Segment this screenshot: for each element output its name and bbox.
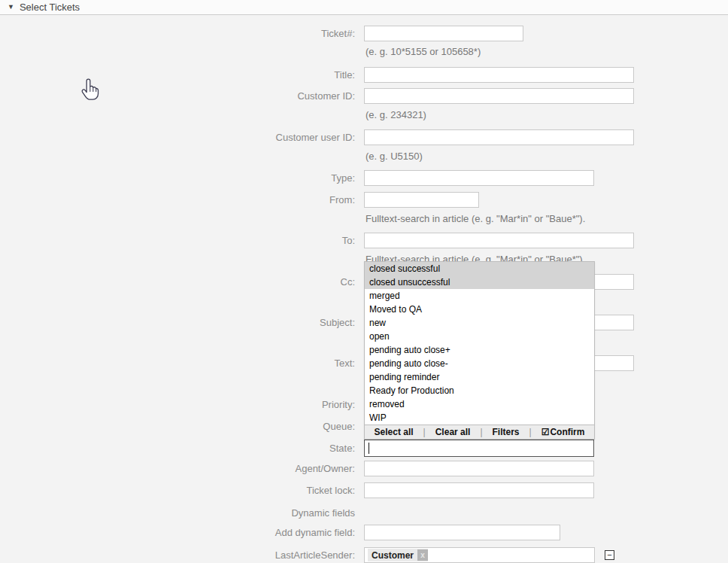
cc-label: Cc:	[0, 274, 355, 290]
type-label: Type:	[0, 170, 355, 186]
ticket-number-input[interactable]	[364, 26, 523, 41]
ticket-number-hint: (e. g. 10*5155 or 105658*)	[366, 46, 481, 57]
footer-separator: |	[480, 427, 482, 437]
ticket-lock-label: Ticket lock:	[0, 482, 355, 498]
text-caret	[369, 443, 369, 454]
from-label: From:	[0, 192, 355, 208]
state-input[interactable]	[364, 440, 594, 457]
footer-separator: |	[529, 427, 532, 437]
state-option[interactable]: closed successful	[365, 262, 594, 275]
collapse-triangle-icon: ▼	[8, 4, 14, 11]
filters-button[interactable]: Filters	[493, 427, 520, 437]
from-input[interactable]	[364, 192, 479, 208]
remove-dynamic-field-button[interactable]: −	[605, 550, 614, 560]
clear-all-button[interactable]: Clear all	[435, 427, 471, 437]
from-hint: Fulltext-search in article (e. g. "Mar*i…	[366, 213, 585, 224]
customer-user-id-input[interactable]	[364, 129, 634, 145]
state-option[interactable]: removed	[365, 397, 594, 411]
customer-user-id-label: Customer user ID:	[0, 129, 355, 145]
state-option[interactable]: closed unsuccessful	[365, 275, 594, 289]
state-option[interactable]: pending auto close-	[365, 357, 594, 370]
text-label: Text:	[0, 355, 355, 371]
selected-value-tag: Customer x	[368, 549, 428, 561]
select-tickets-header[interactable]: ▼ Select Tickets	[0, 0, 728, 15]
state-option[interactable]: merged	[365, 289, 594, 303]
state-option[interactable]: WIP	[365, 411, 594, 425]
queue-label: Queue:	[0, 418, 355, 434]
customer-id-input[interactable]	[364, 88, 634, 104]
customer-id-label: Customer ID:	[0, 88, 355, 104]
state-option[interactable]: pending auto close+	[365, 343, 594, 357]
agent-owner-label: Agent/Owner:	[0, 461, 355, 476]
confirm-button[interactable]: ☑Confirm	[541, 427, 585, 437]
to-input[interactable]	[364, 233, 634, 248]
state-option-list: closed successful closed unsuccessful me…	[365, 262, 594, 425]
widget-title: Select Tickets	[20, 2, 80, 13]
ticket-number-label: Ticket#:	[0, 26, 355, 41]
ticket-search-panel: ▼ Select Tickets Ticket#: (e. g. 10*5155…	[0, 0, 728, 563]
dropdown-footer: Select all | Clear all | Filters | ☑Conf…	[365, 425, 594, 439]
subject-label: Subject:	[0, 315, 355, 330]
footer-separator: |	[423, 427, 426, 437]
customer-id-hint: (e. g. 234321)	[366, 109, 426, 120]
title-label: Title:	[0, 67, 355, 83]
checkbox-checked-icon: ☑	[541, 427, 550, 437]
tag-label: Customer	[372, 550, 414, 561]
title-input[interactable]	[364, 67, 634, 83]
state-option[interactable]: open	[365, 330, 594, 343]
state-option[interactable]: new	[365, 316, 594, 330]
select-all-button[interactable]: Select all	[375, 427, 414, 437]
agent-owner-input[interactable]	[364, 461, 594, 476]
state-option[interactable]: pending reminder	[365, 370, 594, 384]
state-option[interactable]: Moved to QA	[365, 303, 594, 316]
priority-label: Priority:	[0, 397, 355, 412]
last-article-sender-label: LastArticleSender:	[0, 547, 355, 563]
type-input[interactable]	[364, 170, 594, 186]
state-option[interactable]: Ready for Production	[365, 384, 594, 397]
add-dynamic-field-label: Add dynamic field:	[0, 525, 355, 540]
last-article-sender-field[interactable]: Customer x	[364, 547, 595, 563]
customer-user-id-hint: (e. g. U5150)	[366, 151, 423, 162]
add-dynamic-field-input[interactable]	[364, 525, 560, 540]
state-label: State:	[0, 440, 355, 456]
remove-tag-button[interactable]: x	[417, 549, 428, 561]
to-label: To:	[0, 233, 355, 248]
state-dropdown: closed successful closed unsuccessful me…	[364, 261, 595, 440]
dynamic-fields-label: Dynamic fields	[0, 505, 355, 521]
ticket-lock-input[interactable]	[364, 482, 594, 498]
